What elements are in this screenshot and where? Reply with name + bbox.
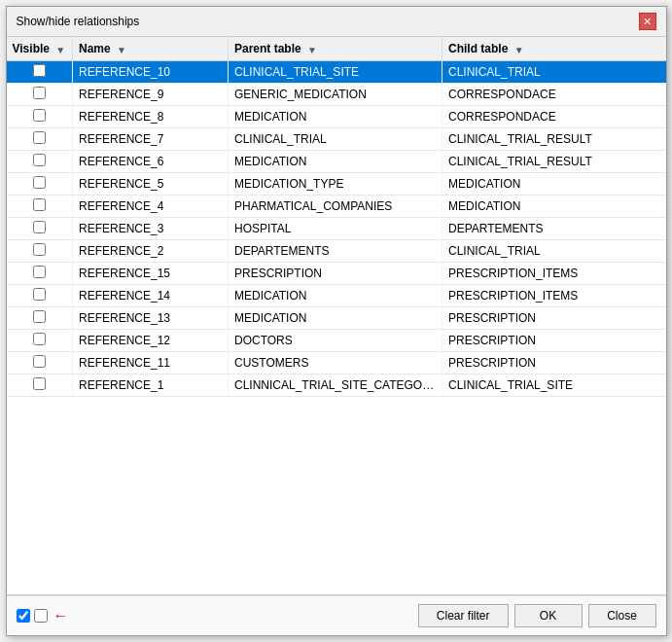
- visible-checkbox[interactable]: [33, 243, 46, 256]
- name-cell: REFERENCE_11: [73, 352, 229, 374]
- table-row: REFERENCE_9GENERIC_MEDICATIONCORRESPONDA…: [7, 84, 666, 106]
- parent-table-cell: CLINICAL_TRIAL: [229, 128, 442, 151]
- footer-select-all-checkbox[interactable]: [17, 609, 30, 623]
- header-name: Name ▼: [73, 37, 229, 61]
- header-parent-table: Parent table ▼: [229, 37, 442, 61]
- footer-partial-checkbox[interactable]: [34, 609, 48, 623]
- table-body: REFERENCE_10CLINICAL_TRIAL_SITECLINICAL_…: [7, 61, 666, 397]
- parent-table-cell: DEPARTEMENTS: [229, 240, 442, 263]
- child-table-cell: CLINICAL_TRIAL: [442, 61, 666, 84]
- table-row: REFERENCE_4PHARMATICAL_COMPANIESMEDICATI…: [7, 196, 666, 218]
- table-row: REFERENCE_6MEDICATIONCLINICAL_TRIAL_RESU…: [7, 151, 666, 173]
- table-row: REFERENCE_12DOCTORSPRESCRIPTION: [7, 330, 666, 352]
- visible-cell: [7, 352, 73, 374]
- name-cell: REFERENCE_15: [73, 263, 229, 285]
- red-arrow-indicator: ←: [53, 607, 69, 624]
- table-header-row: Visible ▼ Name ▼ Parent table ▼ Child ta…: [7, 37, 666, 61]
- table-row: REFERENCE_11CUSTOMERSPRESCRIPTION: [7, 352, 666, 374]
- name-cell: REFERENCE_2: [73, 240, 229, 263]
- table-row: REFERENCE_15PRESCRIPTIONPRESCRIPTION_ITE…: [7, 263, 666, 285]
- visible-checkbox[interactable]: [33, 154, 46, 166]
- filter-visible-icon[interactable]: ▼: [55, 45, 65, 54]
- header-parent-label: Parent table: [234, 42, 301, 55]
- close-button[interactable]: Close: [588, 604, 656, 627]
- title-bar: Show/hide relationships ✕: [7, 7, 666, 37]
- visible-checkbox[interactable]: [33, 64, 46, 77]
- visible-checkbox[interactable]: [33, 333, 46, 345]
- visible-cell: [7, 285, 73, 307]
- child-table-cell: CLINICAL_TRIAL_RESULT: [442, 151, 666, 173]
- table-row: REFERENCE_13MEDICATIONPRESCRIPTION: [7, 307, 666, 330]
- visible-checkbox[interactable]: [33, 266, 46, 278]
- name-cell: REFERENCE_9: [73, 84, 229, 106]
- parent-table-cell: CLINICAL_TRIAL_SITE: [229, 61, 442, 84]
- table-row: REFERENCE_8MEDICATIONCORRESPONDACE: [7, 106, 666, 128]
- child-table-cell: MEDICATION: [442, 196, 666, 218]
- parent-table-cell: MEDICATION: [229, 106, 442, 128]
- clear-filter-button[interactable]: Clear filter: [418, 604, 509, 627]
- filter-child-icon[interactable]: ▼: [514, 45, 524, 54]
- child-table-cell: CLINICAL_TRIAL: [442, 240, 666, 263]
- parent-table-cell: HOSPITAL: [229, 218, 442, 240]
- name-cell: REFERENCE_12: [73, 330, 229, 352]
- child-table-cell: CORRESPONDACE: [442, 106, 666, 128]
- visible-cell: [7, 374, 73, 397]
- name-cell: REFERENCE_4: [73, 196, 229, 218]
- visible-checkbox[interactable]: [33, 87, 46, 99]
- visible-cell: [7, 61, 73, 84]
- name-cell: REFERENCE_3: [73, 218, 229, 240]
- parent-table-cell: MEDICATION: [229, 307, 442, 330]
- visible-checkbox[interactable]: [33, 198, 46, 211]
- visible-checkbox[interactable]: [33, 131, 46, 144]
- table-row: REFERENCE_10CLINICAL_TRIAL_SITECLINICAL_…: [7, 61, 666, 84]
- visible-cell: [7, 128, 73, 151]
- parent-table-cell: MEDICATION: [229, 285, 442, 307]
- visible-checkbox[interactable]: [33, 288, 46, 301]
- child-table-cell: PRESCRIPTION_ITEMS: [442, 285, 666, 307]
- parent-table-cell: PHARMATICAL_COMPANIES: [229, 196, 442, 218]
- visible-cell: [7, 330, 73, 352]
- name-cell: REFERENCE_13: [73, 307, 229, 330]
- child-table-cell: CLINICAL_TRIAL_RESULT: [442, 128, 666, 151]
- filter-name-icon[interactable]: ▼: [117, 45, 126, 54]
- name-cell: REFERENCE_5: [73, 173, 229, 196]
- visible-cell: [7, 151, 73, 173]
- visible-cell: [7, 173, 73, 196]
- visible-checkbox[interactable]: [33, 109, 46, 122]
- table-row: REFERENCE_3HOSPITALDEPARTEMENTS: [7, 218, 666, 240]
- name-cell: REFERENCE_14: [73, 285, 229, 307]
- visible-checkbox[interactable]: [33, 176, 46, 189]
- filter-parent-icon[interactable]: ▼: [307, 45, 317, 54]
- visible-checkbox[interactable]: [33, 377, 46, 390]
- parent-table-cell: GENERIC_MEDICATION: [229, 84, 442, 106]
- name-cell: REFERENCE_6: [73, 151, 229, 173]
- dialog-close-button[interactable]: ✕: [639, 13, 656, 30]
- table-row: REFERENCE_2DEPARTEMENTSCLINICAL_TRIAL: [7, 240, 666, 263]
- child-table-cell: MEDICATION: [442, 173, 666, 196]
- visible-cell: [7, 263, 73, 285]
- footer-checkboxes: ←: [17, 607, 412, 624]
- name-cell: REFERENCE_7: [73, 128, 229, 151]
- child-table-cell: CLINICAL_TRIAL_SITE: [442, 374, 666, 397]
- header-child-label: Child table: [448, 42, 508, 55]
- child-table-cell: CORRESPONDACE: [442, 84, 666, 106]
- dialog-title: Show/hide relationships: [17, 15, 140, 28]
- child-table-cell: PRESCRIPTION_ITEMS: [442, 263, 666, 285]
- visible-cell: [7, 196, 73, 218]
- header-child-table: Child table ▼: [442, 37, 666, 61]
- parent-table-cell: CUSTOMERS: [229, 352, 442, 374]
- visible-cell: [7, 84, 73, 106]
- relationships-table: Visible ▼ Name ▼ Parent table ▼ Child ta…: [7, 37, 666, 397]
- name-cell: REFERENCE_8: [73, 106, 229, 128]
- ok-button[interactable]: OK: [514, 604, 583, 627]
- table-row: REFERENCE_5MEDICATION_TYPEMEDICATION: [7, 173, 666, 196]
- header-name-label: Name: [79, 42, 111, 55]
- child-table-cell: DEPARTEMENTS: [442, 218, 666, 240]
- parent-table-cell: CLINNICAL_TRIAL_SITE_CATEGORIE: [229, 374, 442, 397]
- visible-checkbox[interactable]: [33, 355, 46, 368]
- visible-cell: [7, 106, 73, 128]
- table-row: REFERENCE_7CLINICAL_TRIALCLINICAL_TRIAL_…: [7, 128, 666, 151]
- visible-checkbox[interactable]: [33, 221, 46, 233]
- child-table-cell: PRESCRIPTION: [442, 307, 666, 330]
- visible-checkbox[interactable]: [33, 310, 46, 323]
